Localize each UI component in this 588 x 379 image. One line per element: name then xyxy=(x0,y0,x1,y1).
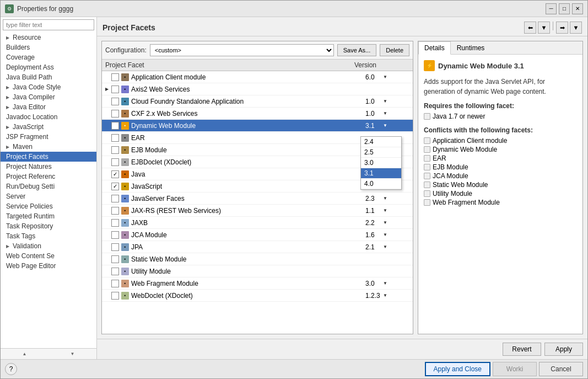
sidebar-item-java-compiler[interactable]: Java Compiler xyxy=(1,92,96,102)
facet-version-cxf[interactable]: 1.0▼ xyxy=(365,110,409,118)
checkbox-jpa[interactable] xyxy=(111,243,119,251)
tab-details[interactable]: Details xyxy=(418,41,451,55)
sidebar-scroll-up[interactable]: ▲ xyxy=(1,349,48,359)
facet-row-cxf[interactable]: ▪CXF 2.x Web Services1.0▼ xyxy=(102,108,413,120)
facet-row-cloud-foundry[interactable]: ▪Cloud Foundry Standalone Application1.0… xyxy=(102,95,413,108)
sidebar-item-service-policies[interactable]: Service Policies xyxy=(1,201,96,211)
sidebar-item-java-editor[interactable]: Java Editor xyxy=(1,102,96,112)
sidebar-item-project-facets[interactable]: Project Facets xyxy=(1,152,96,162)
version-dropdown-arrow-app-client[interactable]: ▼ xyxy=(383,74,387,79)
version-dropdown-arrow-jpa[interactable]: ▼ xyxy=(383,244,387,249)
checkbox-java[interactable]: ✓ xyxy=(111,170,119,178)
facet-row-axis2[interactable]: ▶▪Axis2 Web Services xyxy=(102,83,413,95)
checkbox-jax-rs[interactable] xyxy=(111,207,119,215)
apply-button[interactable]: Apply xyxy=(544,343,583,356)
facet-version-jaxb[interactable]: 2.2▼ xyxy=(365,219,409,227)
sidebar-item-builders[interactable]: Builders xyxy=(1,42,96,52)
tab-runtimes[interactable]: Runtimes xyxy=(451,41,491,54)
checkbox-ear[interactable] xyxy=(111,134,119,142)
facet-version-jax-rs[interactable]: 1.1▼ xyxy=(365,207,409,215)
facet-version-dynamic-web[interactable]: 3.1▼ xyxy=(365,122,409,130)
checkbox-web-fragment[interactable] xyxy=(111,280,119,287)
checkbox-utility[interactable] xyxy=(111,268,119,275)
version-dropdown-arrow-jca-module[interactable]: ▼ xyxy=(383,232,387,237)
sidebar-item-task-repository[interactable]: Task Repository xyxy=(1,221,96,231)
checkbox-axis2[interactable] xyxy=(111,86,119,93)
facet-row-webdoclet[interactable]: ▪WebDoclet (XDoclet)1.2.3▼ xyxy=(102,290,413,302)
sidebar-item-java-build-path[interactable]: Java Build Path xyxy=(1,72,96,82)
apply-close-button[interactable]: Apply and Close xyxy=(425,362,490,376)
facet-row-utility[interactable]: ▪Utility Module xyxy=(102,265,413,277)
checkbox-dynamic-web[interactable]: ✓ xyxy=(111,122,119,130)
checkbox-jca-module[interactable] xyxy=(111,231,119,239)
sidebar-scroll-down[interactable]: ▼ xyxy=(48,349,96,359)
sidebar-item-javadoc-location[interactable]: Javadoc Location xyxy=(1,112,96,122)
facet-row-jax-rs[interactable]: ▪JAX-RS (REST Web Services)1.1▼ xyxy=(102,205,413,217)
checkbox-app-client[interactable] xyxy=(111,73,119,81)
checkbox-static-web[interactable] xyxy=(111,255,119,263)
version-dropdown-arrow-jaxb[interactable]: ▼ xyxy=(383,220,387,225)
checkbox-jaxb[interactable] xyxy=(111,219,119,227)
facet-version-web-fragment[interactable]: 3.0▼ xyxy=(365,280,409,287)
dropdown-arrow-button[interactable]: ▼ xyxy=(538,22,550,34)
sidebar-item-javascript[interactable]: JavaScript xyxy=(1,122,96,132)
sidebar-item-run-debug-settings[interactable]: Run/Debug Setti xyxy=(1,182,96,191)
sidebar-item-jsp-fragment[interactable]: JSP Fragment xyxy=(1,132,96,142)
version-option-2.4[interactable]: 2.4 xyxy=(361,137,401,147)
save-as-button[interactable]: Save As... xyxy=(337,44,377,56)
checkbox-javascript[interactable]: ✓ xyxy=(111,183,119,190)
delete-button[interactable]: Delete xyxy=(380,44,409,56)
sidebar-item-project-references[interactable]: Project Referenc xyxy=(1,172,96,182)
forward-button[interactable]: ➡ xyxy=(556,22,568,34)
version-option-3.0[interactable]: 3.0 xyxy=(361,158,401,168)
configuration-select[interactable]: <custom> xyxy=(150,44,334,56)
sidebar-item-web-content-se[interactable]: Web Content Se xyxy=(1,251,96,261)
cancel-button[interactable]: Cancel xyxy=(539,362,583,376)
version-dropdown-arrow-webdoclet[interactable]: ▼ xyxy=(383,293,387,298)
facet-row-javaserver-faces[interactable]: ▪JavaServer Faces2.3▼ xyxy=(102,193,413,205)
maximize-button[interactable]: □ xyxy=(559,3,570,14)
facet-version-webdoclet[interactable]: 1.2.3▼ xyxy=(365,292,409,300)
version-option-4.0[interactable]: 4.0 xyxy=(361,179,401,189)
version-option-3.1[interactable]: 3.1 xyxy=(361,168,401,179)
facet-row-static-web[interactable]: ▪Static Web Module xyxy=(102,253,413,265)
sidebar-item-web-page-editor[interactable]: Web Page Editor xyxy=(1,261,96,271)
checkbox-ejbdoclet[interactable] xyxy=(111,158,119,166)
version-dropdown-arrow-cloud-foundry[interactable]: ▼ xyxy=(383,99,387,104)
facet-version-javaserver-faces[interactable]: 2.3▼ xyxy=(365,195,409,202)
sidebar-item-resource[interactable]: Resource xyxy=(1,33,96,42)
facet-version-jca-module[interactable]: 1.6▼ xyxy=(365,231,409,239)
facet-row-jpa[interactable]: ▪JPA2.1▼ xyxy=(102,241,413,253)
version-option-2.5[interactable]: 2.5 xyxy=(361,147,401,158)
version-dropdown-arrow-javaserver-faces[interactable]: ▼ xyxy=(383,196,387,201)
sidebar-item-validation[interactable]: Validation xyxy=(1,241,96,251)
help-button[interactable]: ? xyxy=(5,363,17,375)
sidebar-item-task-tags[interactable]: Task Tags xyxy=(1,231,96,241)
sidebar-item-targeted-runtime[interactable]: Targeted Runtim xyxy=(1,211,96,221)
facet-row-jaxb[interactable]: ▪JAXB2.2▼ xyxy=(102,217,413,229)
facet-row-dynamic-web[interactable]: ✓▪Dynamic Web Module3.1▼ xyxy=(102,120,413,132)
sidebar-item-deployment-ass[interactable]: Deployment Ass xyxy=(1,62,96,72)
version-dropdown[interactable]: 2.42.53.03.14.0 xyxy=(360,136,402,190)
version-dropdown-arrow-web-fragment[interactable]: ▼ xyxy=(383,281,387,286)
facet-version-jpa[interactable]: 2.1▼ xyxy=(365,243,409,251)
sidebar-item-maven[interactable]: Maven xyxy=(1,142,96,152)
revert-button[interactable]: Revert xyxy=(503,343,541,356)
version-dropdown-arrow-dynamic-web[interactable]: ▼ xyxy=(383,123,387,128)
checkbox-webdoclet[interactable] xyxy=(111,292,119,300)
close-button[interactable]: ✕ xyxy=(572,3,583,14)
facet-row-web-fragment[interactable]: ▪Web Fragment Module3.0▼ xyxy=(102,277,413,290)
back-button[interactable]: ⬅ xyxy=(524,22,536,34)
facet-row-jca-module[interactable]: ▪JCA Module1.6▼ xyxy=(102,229,413,241)
version-dropdown-arrow-cxf[interactable]: ▼ xyxy=(383,111,387,116)
version-dropdown-arrow-jax-rs[interactable]: ▼ xyxy=(383,208,387,213)
sidebar-item-coverage[interactable]: Coverage xyxy=(1,52,96,62)
checkbox-ejb-module[interactable] xyxy=(111,146,119,154)
facet-row-app-client[interactable]: ▪Application Client module6.0▼ xyxy=(102,71,413,83)
sidebar-item-server[interactable]: Server xyxy=(1,191,96,201)
facet-version-app-client[interactable]: 6.0▼ xyxy=(365,73,409,81)
facet-version-cloud-foundry[interactable]: 1.0▼ xyxy=(365,98,409,105)
filter-input[interactable] xyxy=(3,19,94,30)
checkbox-cxf[interactable] xyxy=(111,110,119,118)
sidebar-item-java-code-style[interactable]: Java Code Style xyxy=(1,82,96,92)
